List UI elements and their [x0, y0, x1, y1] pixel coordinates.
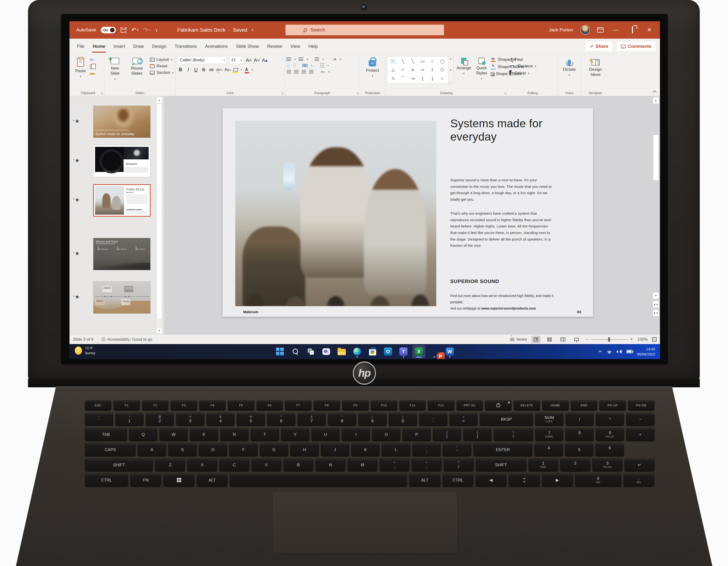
key-prt-sc[interactable]: PRT SC	[457, 400, 483, 411]
weather-widget[interactable]: 71°F Sunny	[75, 346, 95, 356]
user-name[interactable]: Jack Purton	[549, 27, 573, 33]
key-a[interactable]: A	[138, 443, 166, 456]
key-3[interactable]: 3PG DN	[592, 458, 622, 471]
zoom-level[interactable]: 100%	[638, 337, 648, 342]
current-slide[interactable]: Systems made for everyday Superior sound…	[222, 108, 593, 317]
decrease-indent-icon[interactable]	[287, 64, 290, 67]
redo-button[interactable]: ↷▾	[143, 27, 150, 33]
key-5[interactable]: %5	[237, 413, 265, 426]
notes-button[interactable]: Notes	[510, 337, 527, 342]
key-f2[interactable]: F2	[142, 400, 168, 411]
main-scrollbar[interactable]: ▲ ▼ ▲▲ ▼▼	[653, 96, 659, 335]
slide-thumbnail-1[interactable]: System made for everyday	[93, 105, 151, 138]
columns-icon[interactable]	[303, 64, 307, 67]
slide-thumbnail-2[interactable]: Details	[93, 145, 151, 177]
search-input[interactable]: Search	[285, 25, 444, 35]
key-c[interactable]: C	[219, 458, 249, 471]
align-right-icon[interactable]	[302, 70, 306, 73]
key-tab[interactable]: TAB	[85, 428, 127, 441]
zoom-slider-thumb[interactable]	[608, 337, 610, 342]
format-painter-icon[interactable]	[89, 71, 94, 77]
taskbar-word-icon[interactable]: W	[443, 345, 456, 358]
key-alt[interactable]: ALT	[197, 474, 228, 487]
zoom-slider[interactable]	[591, 339, 627, 340]
customize-quick-access-button[interactable]: —▾	[155, 28, 158, 32]
font-color-button[interactable]: A	[244, 67, 249, 72]
taskbar-outlook-icon[interactable]: O	[381, 345, 395, 358]
arrange-button[interactable]: Arrange▾	[455, 56, 472, 77]
restore-button[interactable]	[628, 27, 637, 33]
key-pg-up[interactable]: PG UP	[599, 400, 626, 411]
slide-counter[interactable]: Slide 3 of 9	[73, 337, 93, 342]
key-j[interactable]: J	[321, 443, 349, 456]
speaker-icon[interactable]	[617, 350, 622, 354]
protect-button[interactable]: < Protect▾	[365, 56, 381, 79]
share-button[interactable]: ↗ Share	[585, 41, 613, 52]
key-x[interactable]: X	[187, 458, 217, 471]
key-q[interactable]: Q	[129, 428, 157, 441]
taskbar-teams-icon[interactable]: T	[397, 345, 410, 358]
key-5[interactable]: 5	[565, 443, 593, 456]
key-−[interactable]: −	[626, 413, 654, 426]
key-8[interactable]: *8	[328, 413, 356, 426]
key-fn[interactable]: FN	[130, 474, 161, 487]
key-f12[interactable]: F12	[428, 400, 454, 411]
key-num[interactable]: NUMLOCK	[535, 413, 563, 426]
key-pg-dn[interactable]: PG DN	[628, 400, 654, 411]
key-up-down[interactable]: ▲▼	[509, 474, 540, 487]
gallery-down-icon[interactable]: ▼	[450, 69, 452, 71]
key-windows[interactable]	[163, 474, 194, 487]
key-/[interactable]: ?/	[444, 458, 474, 471]
key-0[interactable]: 0INS	[575, 474, 621, 487]
font-name-select[interactable]: Calibri (Body)▾	[178, 56, 227, 64]
font-dialog-launcher-icon[interactable]: ↘	[281, 91, 284, 95]
key-0[interactable]: )0	[389, 413, 417, 426]
next-slide-button[interactable]: ▼▼	[653, 310, 659, 316]
section-button[interactable]: Section▾	[150, 70, 173, 75]
clock[interactable]: 14:30 05/04/2022	[637, 347, 655, 357]
zoom-out-button[interactable]: −	[585, 337, 588, 342]
key-\[interactable]: |\	[494, 428, 533, 441]
key-f11[interactable]: F11	[399, 400, 426, 411]
shape-gallery[interactable]: A ╲╲▭○▢ △⌐↳⇨⇩⬠ ∿⌒↝{}☆	[387, 56, 448, 84]
key-u[interactable]: U	[312, 428, 340, 441]
key-k[interactable]: K	[351, 443, 380, 456]
bold-button[interactable]: B	[178, 67, 183, 72]
key-6[interactable]: 6→	[596, 443, 624, 456]
key-f4[interactable]: F4	[199, 400, 226, 411]
tab-slide-show[interactable]: Slide Show	[232, 39, 263, 54]
key-9[interactable]: (9	[358, 413, 387, 426]
shape-gallery-scrollbar[interactable]: ▲ ▼ ⌄	[448, 56, 453, 84]
key-`[interactable]: ~`	[85, 413, 113, 426]
taskbar-excel-icon[interactable]: X	[412, 345, 425, 358]
cut-icon[interactable]: ✂	[89, 57, 94, 63]
key-.[interactable]: .DEL	[624, 474, 654, 487]
convert-to-smartart-icon[interactable]: ➤≡	[320, 70, 325, 74]
previous-slide-button[interactable]: ▲▲	[653, 301, 659, 308]
key-[[interactable]: {[	[433, 428, 461, 441]
taskbar-search-icon[interactable]	[289, 345, 302, 358]
accessibility-status[interactable]: Accessibility: Good to go	[107, 337, 152, 342]
taskbar-task-view-icon[interactable]	[304, 345, 317, 358]
key-+[interactable]: +	[626, 428, 654, 441]
line-spacing-icon[interactable]	[315, 57, 319, 61]
key-/[interactable]: /	[566, 413, 594, 426]
key-caps[interactable]: CAPS	[85, 443, 136, 456]
key-3[interactable]: #3	[176, 413, 204, 426]
key-;[interactable]: :;	[412, 443, 441, 456]
quick-styles-button[interactable]: Quick Styles▾	[474, 56, 488, 82]
key-space[interactable]	[230, 474, 407, 487]
shrink-font-button[interactable]: A˅	[254, 57, 260, 63]
find-button[interactable]: Find	[510, 57, 536, 62]
paragraph-dialog-launcher-icon[interactable]: ↘	[356, 91, 359, 95]
key-ctrl[interactable]: CTRL	[443, 474, 473, 487]
slide-title[interactable]: Systems made for everyday	[450, 117, 564, 143]
save-button[interactable]	[121, 27, 126, 33]
key-r[interactable]: R	[220, 428, 249, 441]
slide-photo[interactable]	[235, 121, 436, 306]
text-direction-icon[interactable]: ↓A	[332, 57, 336, 61]
justify-icon[interactable]	[309, 70, 313, 73]
slide-thumbnail-4[interactable]: Mission and Vision Our Mission Our Value…	[93, 238, 151, 270]
slide-cta[interactable]: Find out more about how we've miniaturiz…	[450, 293, 556, 312]
zoom-in-button[interactable]: +	[630, 337, 633, 342]
